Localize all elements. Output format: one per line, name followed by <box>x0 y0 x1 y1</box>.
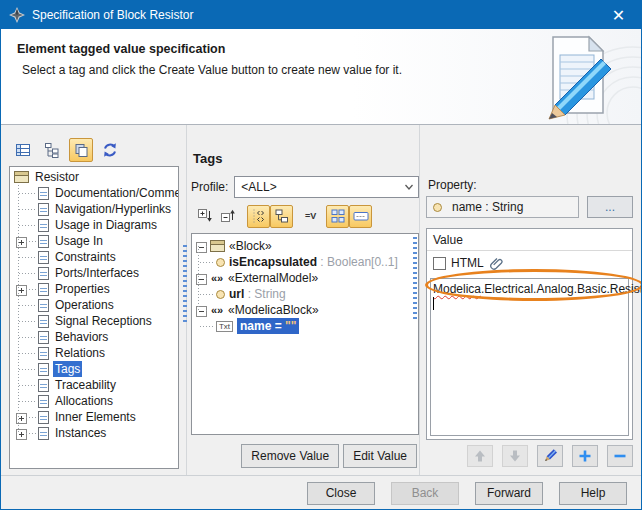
tree-item[interactable]: Documentation/Comments <box>10 185 178 201</box>
tree-item[interactable]: Navigation/Hyperlinks <box>10 201 178 217</box>
properties-view-button[interactable] <box>11 138 35 162</box>
field-view-button[interactable] <box>349 205 372 228</box>
refresh-button[interactable] <box>98 138 122 162</box>
tree-expander[interactable] <box>12 377 38 393</box>
tree-expander[interactable] <box>200 318 216 334</box>
composite-view-button[interactable] <box>69 138 93 162</box>
tree-guide-line <box>198 246 199 310</box>
paperclip-icon[interactable] <box>489 256 504 271</box>
collapse-all-button[interactable] <box>216 205 239 228</box>
profile-dropdown[interactable]: <ALL> <box>234 176 419 198</box>
tree-expander[interactable] <box>12 217 38 233</box>
tree-item[interactable]: Usage In <box>10 233 178 249</box>
tree-item[interactable]: Tags <box>10 361 178 377</box>
tag-tree-item[interactable]: «Block» <box>192 238 418 254</box>
browse-property-button[interactable]: ... <box>587 196 633 218</box>
titlebar: Specification of Block Resistor ✕ <box>1 1 641 29</box>
tree-expander[interactable] <box>200 286 216 302</box>
close-dialog-button[interactable]: Close <box>307 482 375 505</box>
tags-panel: Tags Profile: <ALL> <box>187 125 419 475</box>
tree-expander[interactable] <box>12 265 38 281</box>
chevron-down-icon <box>404 183 414 191</box>
create-value-button[interactable] <box>572 445 598 467</box>
show-stereotypes-button[interactable] <box>247 205 270 228</box>
navigation-panel: Resistor Documentation/Comments Navigati… <box>1 125 187 475</box>
tree-expander[interactable] <box>12 169 14 185</box>
tag-tree-item[interactable]: «ModelicaBlock» <box>192 302 418 318</box>
tree-expander[interactable] <box>12 233 38 249</box>
tree-expander[interactable] <box>12 329 38 345</box>
tree-item[interactable]: Inner Elements <box>10 409 178 425</box>
tree-expander[interactable] <box>12 185 38 201</box>
value-text-input[interactable]: Modelica.Electrical.Analog.Basic.Resisto… <box>430 278 629 436</box>
tree-item[interactable]: Operations <box>10 297 178 313</box>
specification-tree: Resistor Documentation/Comments Navigati… <box>9 166 179 469</box>
edit-value-button[interactable]: Edit Value <box>343 444 417 468</box>
tagged-value-banner-icon <box>491 29 641 124</box>
tag-type: : Boolean[0..1] <box>317 255 398 269</box>
value-text-misspelled: Modelica <box>433 282 481 296</box>
tree-item-label: Allocations <box>53 393 115 409</box>
tree-expander[interactable] <box>12 393 38 409</box>
tag-type: : String <box>244 287 285 301</box>
tree-expander[interactable] <box>200 254 216 270</box>
close-button[interactable]: ✕ <box>596 1 641 29</box>
tree-expander[interactable] <box>12 409 38 425</box>
remove-value-button[interactable]: Remove Value <box>241 444 339 468</box>
tag-tree-item[interactable]: url : String <box>192 286 418 302</box>
tree-item-icon <box>38 235 49 248</box>
tag-tree-item[interactable]: name = "" <box>192 318 418 334</box>
tree-item[interactable]: Usage in Diagrams <box>10 217 178 233</box>
edit-button[interactable] <box>537 445 563 467</box>
tag-tree-item[interactable]: «ExternalModel» <box>192 270 418 286</box>
tree-item-icon <box>38 203 49 216</box>
tree-item[interactable]: Relations <box>10 345 178 361</box>
tree-item[interactable]: Instances <box>10 425 178 441</box>
tree-item[interactable]: Ports/Interfaces <box>10 265 178 281</box>
tag-tree-item[interactable]: isEncapsulated : Boolean[0..1] <box>192 254 418 270</box>
tree-expander[interactable] <box>12 249 38 265</box>
move-up-button <box>467 445 493 467</box>
stereotypes-filter-icon <box>251 208 267 224</box>
tree-expander[interactable] <box>12 361 38 377</box>
expand-all-button[interactable] <box>193 205 216 228</box>
tag-icon <box>433 203 442 212</box>
tree-expander[interactable] <box>194 270 210 286</box>
tag-value: "" <box>285 319 296 333</box>
pencil-icon <box>542 448 558 464</box>
back-button: Back <box>391 482 459 505</box>
tree-item-icon <box>38 187 49 200</box>
tree-item-icon <box>38 379 49 392</box>
text-field-icon <box>353 208 369 224</box>
tree-item[interactable]: Behaviors <box>10 329 178 345</box>
tree-item[interactable]: Allocations <box>10 393 178 409</box>
help-button[interactable]: Help <box>559 482 627 505</box>
splitter-left[interactable] <box>183 245 187 325</box>
tree-item-icon <box>38 315 49 328</box>
forward-button[interactable]: Forward <box>475 482 543 505</box>
tree-item[interactable]: Traceability <box>10 377 178 393</box>
tree-expander[interactable] <box>12 313 38 329</box>
tree-expander[interactable] <box>194 302 210 318</box>
tree-item[interactable]: Properties <box>10 281 178 297</box>
tag-name: «ModelicaBlock» <box>228 303 319 317</box>
group-by-stereotype-button[interactable] <box>270 205 293 228</box>
tree-item[interactable]: Constraints <box>10 249 178 265</box>
tree-item[interactable]: Signal Receptions <box>10 313 178 329</box>
tree-expander[interactable] <box>12 425 38 441</box>
tree-expander[interactable] <box>12 345 38 361</box>
tree-item[interactable]: Resistor <box>10 169 178 185</box>
containment-tree-button[interactable] <box>40 138 64 162</box>
delete-value-button[interactable] <box>607 445 633 467</box>
tag-item-icon <box>210 240 225 252</box>
tree-item-label: Inner Elements <box>53 409 138 425</box>
grid-view-button[interactable] <box>326 205 349 228</box>
tree-expander[interactable] <box>12 201 38 217</box>
splitter-right[interactable] <box>413 237 417 322</box>
value-panel: Property: name : String ... Value HTML <box>419 125 641 475</box>
show-values-toggle[interactable]: =V <box>303 211 318 221</box>
html-checkbox[interactable] <box>433 257 446 270</box>
tree-expander[interactable] <box>12 297 38 313</box>
tree-expander[interactable] <box>12 281 38 297</box>
tree-expander[interactable] <box>194 238 210 254</box>
